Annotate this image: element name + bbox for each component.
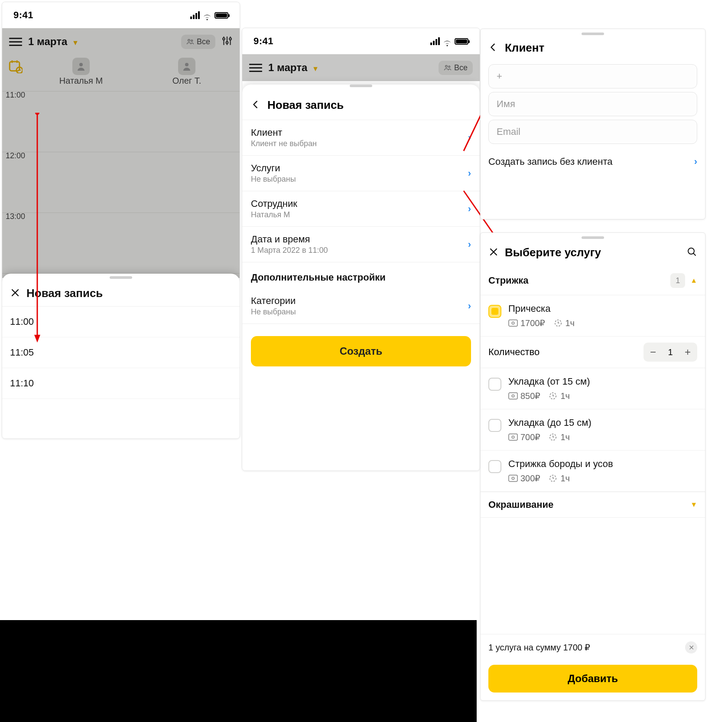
staff-filter-all[interactable]: Все <box>439 61 473 75</box>
screen-new-appointment: 9:41 1 марта ▼ Все <box>242 28 480 471</box>
svg-point-20 <box>512 322 514 324</box>
create-without-client[interactable]: Создать запись без клиента › <box>481 147 705 167</box>
staff-column-1[interactable]: Олег Т. <box>134 55 240 91</box>
time-option[interactable]: 11:05 <box>2 337 240 368</box>
service-row[interactable]: Укладка (до 15 см) 700₽ 1ч <box>481 409 705 451</box>
quantity-value: 1 <box>663 347 678 357</box>
field-label: Клиент <box>251 127 317 138</box>
clear-summary-icon[interactable]: ✕ <box>685 641 697 653</box>
sheet-grip[interactable] <box>110 276 132 279</box>
sheet-title: Новая запись <box>267 98 344 112</box>
svg-point-7 <box>79 63 83 66</box>
sheet-title: Новая запись <box>26 287 103 300</box>
calendar-badge-icon[interactable] <box>2 55 28 91</box>
service-row[interactable]: Укладка (от 15 см) 850₽ 1ч <box>481 368 705 409</box>
summary-bar: 1 услуга на сумму 1700 ₽ ✕ <box>481 634 705 660</box>
staff-filter-label: Все <box>454 63 468 72</box>
service-name: Стрижка бороды и усов <box>508 458 613 470</box>
create-button[interactable]: Создать <box>251 336 471 366</box>
checkbox-icon[interactable] <box>488 378 501 391</box>
back-icon[interactable] <box>251 100 260 111</box>
svg-point-23 <box>512 395 514 397</box>
close-icon[interactable] <box>10 287 20 300</box>
field-label: Услуги <box>251 163 296 174</box>
sheet-grip[interactable] <box>350 85 372 87</box>
category-row-coloring[interactable]: Окрашивание ▼ <box>481 492 705 518</box>
back-icon[interactable] <box>488 42 498 54</box>
staff-filter-all[interactable]: Все <box>181 35 215 49</box>
battery-icon <box>214 12 228 19</box>
checkbox-icon[interactable] <box>488 460 501 473</box>
price: 700₽ <box>508 432 540 442</box>
status-bar: 9:41 <box>2 2 240 28</box>
decrement-button[interactable]: − <box>644 343 663 362</box>
name-input[interactable]: Имя <box>488 92 697 116</box>
status-time: 9:41 <box>254 36 273 47</box>
price-value: 1700₽ <box>520 318 546 328</box>
staff-name: Наталья М <box>30 76 132 86</box>
svg-point-26 <box>512 436 514 438</box>
phone-input[interactable]: + <box>488 64 697 88</box>
email-input[interactable]: Email <box>488 120 697 144</box>
svg-point-13 <box>448 66 450 68</box>
category-count: 1 <box>670 273 685 288</box>
checkbox-checked-icon[interactable] <box>488 305 501 318</box>
clock-icon <box>553 319 563 327</box>
field-sub: Клиент не выбран <box>251 139 317 148</box>
svg-point-12 <box>445 65 448 68</box>
field-sub: Наталья М <box>251 210 297 219</box>
chevron-right-icon: › <box>468 239 471 250</box>
service-name: Укладка (до 15 см) <box>508 417 592 428</box>
quantity-row: Количество − 1 + <box>481 336 705 368</box>
clock-icon <box>548 392 558 400</box>
row-datetime[interactable]: Дата и время 1 Марта 2022 в 11:00 › <box>242 227 480 262</box>
svg-point-3 <box>226 42 228 44</box>
hour-label: 13:00 <box>6 212 25 221</box>
price-value: 850₽ <box>520 391 540 401</box>
staff-columns: Наталья М Олег Т. <box>2 55 240 91</box>
field-label: Сотрудник <box>251 198 297 209</box>
create-button-label: Создать <box>340 345 383 357</box>
new-appointment-time-sheet: Новая запись 11:00 11:05 11:10 <box>2 274 240 438</box>
chevron-up-icon: ▲ <box>690 277 697 284</box>
field-sub: Не выбраны <box>251 175 296 184</box>
category-row-haircut[interactable]: Стрижка 1 ▲ <box>481 266 705 295</box>
people-icon <box>186 39 194 45</box>
add-button[interactable]: Добавить <box>488 665 697 693</box>
service-name: Прическа <box>508 303 575 314</box>
clock-icon <box>548 474 558 482</box>
quantity-stepper[interactable]: − 1 + <box>644 343 697 362</box>
staff-column-0[interactable]: Наталья М <box>28 55 134 91</box>
row-services[interactable]: Услуги Не выбраны › <box>242 156 480 191</box>
increment-button[interactable]: + <box>678 343 697 362</box>
date-picker[interactable]: 1 марта ▼ <box>28 36 79 48</box>
time-option[interactable]: 11:10 <box>2 368 240 399</box>
field-label: Дата и время <box>251 234 328 245</box>
hamburger-icon[interactable] <box>249 64 262 72</box>
chevron-down-icon: ▼ <box>690 501 697 509</box>
time-option[interactable]: 11:00 <box>2 307 240 337</box>
service-row[interactable]: Стрижка бороды и усов 300₽ 1ч <box>481 451 705 492</box>
row-client[interactable]: Клиент Клиент не выбран › <box>242 120 480 156</box>
duration-value: 1ч <box>560 474 570 484</box>
cellular-icon <box>430 37 440 45</box>
panel-select-service: Выберите услугу Стрижка 1 ▲ Прическа 170… <box>480 232 705 701</box>
hamburger-icon[interactable] <box>9 38 22 46</box>
svg-rect-19 <box>509 320 517 327</box>
row-staff[interactable]: Сотрудник Наталья М › <box>242 191 480 227</box>
close-icon[interactable] <box>488 247 499 259</box>
battery-icon <box>455 38 468 45</box>
svg-point-8 <box>185 63 188 66</box>
svg-rect-28 <box>509 475 517 482</box>
status-icons <box>430 37 468 45</box>
date-picker[interactable]: 1 марта ▼ <box>268 62 319 74</box>
service-row[interactable]: Прическа 1700₽ 1ч <box>481 295 705 336</box>
svg-point-2 <box>223 38 225 40</box>
row-categories[interactable]: Категории Не выбраны › <box>242 288 480 324</box>
time-grid[interactable]: 11:00 12:00 13:00 <box>2 91 240 278</box>
settings-sliders-icon[interactable] <box>221 35 233 48</box>
duration-value: 1ч <box>560 391 570 401</box>
checkbox-icon[interactable] <box>488 419 501 432</box>
panel-title: Клиент <box>505 41 544 55</box>
search-icon[interactable] <box>687 247 697 259</box>
